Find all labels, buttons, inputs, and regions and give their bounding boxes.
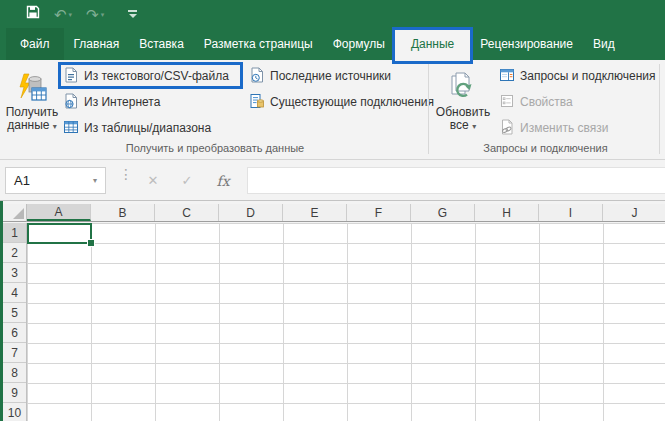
redo-icon[interactable]: ↷▾ [86, 7, 104, 22]
refresh-all-icon [434, 62, 492, 106]
row-header-7[interactable]: 7 [3, 343, 26, 363]
tab-data[interactable]: Данные [395, 28, 470, 60]
group-label-queries-connections: Запросы и подключения [432, 142, 659, 154]
select-all-triangle-icon [13, 208, 24, 219]
selected-cell-outline [27, 223, 92, 244]
name-box-value: A1 [6, 173, 85, 188]
row-header-6[interactable]: 6 [3, 323, 26, 343]
column-header-j[interactable]: J [603, 204, 665, 221]
edit-links-button[interactable]: Изменить связи [496, 116, 611, 140]
queries-connections-label: Запросы и подключения [520, 69, 656, 83]
column-header-c[interactable]: C [155, 204, 219, 221]
cancel-button[interactable]: ✕ [138, 167, 168, 194]
from-table-range-label: Из таблицы/диапазона [84, 121, 211, 135]
ribbon-group-divider [428, 64, 429, 154]
tab-review[interactable]: Рецензирование [470, 28, 583, 60]
formula-bar-gripper: ⋮ [119, 169, 133, 180]
queries-connections-button[interactable]: Запросы и подключения [496, 64, 659, 88]
existing-connections-label: Существующие подключения [270, 95, 434, 109]
cells-area[interactable] [27, 223, 665, 421]
tab-formulas[interactable]: Формулы [323, 28, 395, 60]
row-headers: 1 2 3 4 5 6 7 8 9 10 [3, 223, 27, 421]
ribbon-data-tab-content: Получить данные ▾ Из текстового/CSV-файл… [0, 60, 665, 160]
from-web-icon [63, 93, 79, 112]
customize-quick-access-icon[interactable] [128, 10, 137, 18]
name-box[interactable]: A1 ▾ [5, 167, 106, 194]
insert-function-button[interactable]: fx [208, 167, 238, 194]
formula-bar: A1 ▾ ⋮ ✕ ✓ fx [0, 160, 665, 201]
ribbon-tab-bar: Файл Главная Вставка Разметка страницы Ф… [0, 28, 665, 60]
from-web-label: Из Интернета [84, 95, 160, 109]
recent-sources-button[interactable]: Последние источники [246, 64, 394, 88]
column-header-a[interactable]: A [27, 204, 91, 221]
from-text-csv-button[interactable]: Из текстового/CSV-файла [60, 64, 242, 88]
tab-data-label: Данные [411, 37, 454, 51]
existing-connections-icon [249, 93, 265, 112]
enter-button[interactable]: ✓ [172, 167, 202, 194]
refresh-all-label-line2: все ▾ [434, 119, 492, 133]
column-header-e[interactable]: E [283, 204, 347, 221]
row-header-3[interactable]: 3 [3, 263, 26, 283]
tab-view[interactable]: Вид [583, 28, 625, 60]
row-header-9[interactable]: 9 [3, 383, 26, 403]
recent-sources-label: Последние источники [270, 69, 391, 83]
select-all-corner[interactable] [3, 204, 27, 222]
ribbon-group-divider [659, 64, 660, 154]
column-header-f[interactable]: F [347, 204, 411, 221]
get-data-icon [3, 62, 61, 106]
save-icon[interactable] [26, 5, 40, 23]
row-header-8[interactable]: 8 [3, 363, 26, 383]
excel-window: ↶▾ ↷▾ Файл Главная Вставка Разметка стра… [0, 0, 665, 421]
get-data-label-line2: данные ▾ [3, 119, 61, 133]
worksheet-grid: A B C D E F G H I J 1 2 3 4 5 6 7 8 9 10 [0, 201, 665, 421]
edit-links-icon [499, 119, 515, 138]
row-header-4[interactable]: 4 [3, 283, 26, 303]
row-header-5[interactable]: 5 [3, 303, 26, 323]
recent-sources-icon [249, 67, 265, 86]
group-label-get-transform: Получить и преобразовать данные [3, 142, 427, 154]
quick-access-toolbar: ↶▾ ↷▾ [26, 5, 137, 23]
from-text-csv-label: Из текстового/CSV-файла [84, 69, 229, 83]
row-header-1[interactable]: 1 [3, 223, 26, 243]
dropdown-caret-icon: ▾ [53, 122, 57, 131]
existing-connections-button[interactable]: Существующие подключения [246, 90, 437, 114]
get-data-button[interactable]: Получить данные ▾ [3, 62, 61, 133]
column-header-h[interactable]: H [475, 204, 539, 221]
window-edge [0, 201, 3, 421]
fill-handle[interactable] [88, 240, 94, 246]
tab-home[interactable]: Главная [64, 28, 130, 60]
tab-file[interactable]: Файл [6, 28, 64, 60]
name-box-caret-icon[interactable]: ▾ [85, 176, 105, 185]
row-header-10[interactable]: 10 [3, 403, 26, 421]
properties-label: Свойства [520, 95, 573, 109]
column-header-b[interactable]: B [91, 204, 155, 221]
properties-button[interactable]: Свойства [496, 90, 576, 114]
title-bar: ↶▾ ↷▾ [0, 0, 665, 28]
queries-connections-icon [499, 67, 515, 86]
refresh-all-button[interactable]: Обновить все ▾ [434, 62, 492, 133]
column-headers: A B C D E F G H I J [27, 204, 665, 222]
dropdown-caret-icon: ▾ [472, 122, 476, 131]
properties-icon [499, 93, 515, 112]
column-header-g[interactable]: G [411, 204, 475, 221]
from-table-range-button[interactable]: Из таблицы/диапазона [60, 116, 214, 140]
tab-insert[interactable]: Вставка [129, 28, 194, 60]
column-header-i[interactable]: I [539, 204, 603, 221]
from-web-button[interactable]: Из Интернета [60, 90, 163, 114]
edit-links-label: Изменить связи [520, 121, 608, 135]
table-range-icon [63, 119, 79, 138]
row-header-2[interactable]: 2 [3, 243, 26, 263]
formula-input[interactable] [247, 167, 665, 194]
tab-page-layout[interactable]: Разметка страницы [194, 28, 323, 60]
column-header-d[interactable]: D [219, 204, 283, 221]
undo-icon[interactable]: ↶▾ [54, 7, 72, 22]
text-csv-file-icon [63, 67, 79, 86]
